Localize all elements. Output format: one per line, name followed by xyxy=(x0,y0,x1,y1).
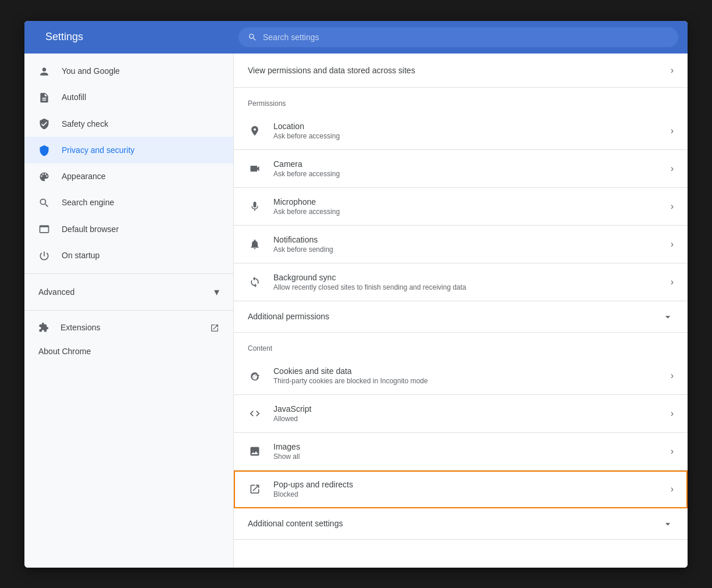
search-engine-icon xyxy=(38,197,50,209)
camera-title: Camera xyxy=(273,159,659,169)
sidebar-label-search-engine: Search engine xyxy=(62,198,114,207)
sidebar-label-safety-check: Safety check xyxy=(62,119,108,129)
sidebar-item-on-startup[interactable]: On startup xyxy=(24,242,233,268)
extensions-label: Extensions xyxy=(60,323,100,332)
privacy-icon xyxy=(38,144,50,156)
images-arrow-icon: › xyxy=(671,446,674,457)
header: Settings xyxy=(24,21,688,54)
additional-permissions-label: Additional permissions xyxy=(248,312,662,321)
cookies-subtitle: Third-party cookies are blocked in Incog… xyxy=(273,377,659,385)
images-info: Images Show all xyxy=(273,442,659,461)
additional-permissions-chevron-icon xyxy=(662,311,674,323)
sidebar-item-privacy-and-security[interactable]: Privacy and security xyxy=(24,137,233,163)
permission-row-notifications[interactable]: Notifications Ask before sending › xyxy=(234,226,688,263)
search-bar[interactable] xyxy=(238,27,678,47)
camera-icon xyxy=(248,162,262,174)
sidebar-item-autofill[interactable]: Autofill xyxy=(24,84,233,111)
location-title: Location xyxy=(273,122,659,131)
camera-arrow-icon: › xyxy=(671,163,674,174)
sidebar-item-extensions[interactable]: Extensions xyxy=(24,315,233,340)
background-sync-arrow-icon: › xyxy=(671,277,674,287)
permission-row-location[interactable]: Location Ask before accessing › xyxy=(234,112,688,150)
background-sync-title: Background sync xyxy=(273,273,659,282)
permission-row-camera[interactable]: Camera Ask before accessing › xyxy=(234,150,688,188)
javascript-info: JavaScript Allowed xyxy=(273,404,659,423)
permission-row-popups[interactable]: Pop-ups and redirects Blocked › xyxy=(234,471,688,508)
sync-icon xyxy=(248,276,262,288)
cookies-title: Cookies and site data xyxy=(273,366,659,376)
background-sync-subtitle: Allow recently closed sites to finish se… xyxy=(273,283,659,291)
content-section-title: Content xyxy=(234,333,688,357)
about-chrome-label: About Chrome xyxy=(38,347,91,356)
permission-row-microphone[interactable]: Microphone Ask before accessing › xyxy=(234,188,688,226)
sidebar: You and Google Autofill Safety check xyxy=(24,54,234,568)
images-icon xyxy=(248,445,262,457)
sidebar-label-on-startup: On startup xyxy=(62,251,99,260)
camera-info: Camera Ask before accessing xyxy=(273,159,659,178)
sidebar-divider xyxy=(24,273,233,274)
extensions-icon xyxy=(38,322,49,333)
popups-arrow-icon: › xyxy=(671,484,674,494)
sidebar-item-appearance[interactable]: Appearance xyxy=(24,163,233,190)
permission-row-background-sync[interactable]: Background sync Allow recently closed si… xyxy=(234,263,688,301)
additional-content-settings-label: Additional content settings xyxy=(248,519,662,528)
microphone-subtitle: Ask before accessing xyxy=(273,208,659,216)
sidebar-item-default-browser[interactable]: Default browser xyxy=(24,216,233,242)
additional-permissions-row[interactable]: Additional permissions xyxy=(234,301,688,333)
cookies-icon xyxy=(248,369,262,382)
view-permissions-label: View permissions and data stored across … xyxy=(248,66,671,75)
additional-content-settings-chevron-icon xyxy=(662,518,674,530)
bottom-spacer xyxy=(234,540,688,549)
sidebar-item-about-chrome[interactable]: About Chrome xyxy=(24,340,233,363)
location-info: Location Ask before accessing xyxy=(273,122,659,140)
microphone-arrow-icon: › xyxy=(671,201,674,212)
javascript-arrow-icon: › xyxy=(671,408,674,419)
microphone-title: Microphone xyxy=(273,197,659,206)
svg-point-1 xyxy=(255,376,257,377)
permission-row-cookies[interactable]: Cookies and site data Third-party cookie… xyxy=(234,357,688,395)
location-subtitle: Ask before accessing xyxy=(273,132,659,140)
search-icon xyxy=(248,32,257,42)
right-panel: View permissions and data stored across … xyxy=(234,54,688,568)
person-icon xyxy=(38,65,50,77)
javascript-subtitle: Allowed xyxy=(273,415,659,423)
notifications-title: Notifications xyxy=(273,235,659,244)
sidebar-item-advanced[interactable]: Advanced ▾ xyxy=(24,279,233,305)
bell-icon xyxy=(248,238,262,250)
sidebar-item-you-and-google[interactable]: You and Google xyxy=(24,58,233,84)
popups-info: Pop-ups and redirects Blocked xyxy=(273,480,659,498)
notifications-subtitle: Ask before sending xyxy=(273,245,659,254)
safety-check-icon xyxy=(38,117,50,130)
popups-title: Pop-ups and redirects xyxy=(273,480,659,489)
additional-content-settings-row[interactable]: Additional content settings xyxy=(234,508,688,540)
main-content: You and Google Autofill Safety check xyxy=(24,54,688,568)
sidebar-divider-2 xyxy=(24,310,233,311)
sidebar-label-default-browser: Default browser xyxy=(62,224,119,234)
location-arrow-icon: › xyxy=(671,126,674,136)
background-sync-info: Background sync Allow recently closed si… xyxy=(273,273,659,291)
sidebar-label-privacy: Privacy and security xyxy=(62,145,134,155)
cookies-arrow-icon: › xyxy=(671,370,674,381)
javascript-title: JavaScript xyxy=(273,404,659,414)
permission-row-javascript[interactable]: JavaScript Allowed › xyxy=(234,395,688,433)
notifications-arrow-icon: › xyxy=(671,239,674,250)
svg-point-2 xyxy=(254,377,255,378)
advanced-label: Advanced xyxy=(38,287,202,297)
appearance-icon xyxy=(38,170,50,183)
sidebar-label-autofill: Autofill xyxy=(62,92,86,102)
external-link-icon xyxy=(210,322,219,333)
popup-icon xyxy=(248,483,262,495)
sidebar-item-search-engine[interactable]: Search engine xyxy=(24,190,233,216)
view-permissions-row[interactable]: View permissions and data stored across … xyxy=(234,54,688,88)
sidebar-item-safety-check[interactable]: Safety check xyxy=(24,111,233,137)
sidebar-label-appearance: Appearance xyxy=(62,172,106,181)
javascript-icon xyxy=(248,407,262,419)
sidebar-label-you-and-google: You and Google xyxy=(62,66,120,76)
microphone-icon xyxy=(248,200,262,212)
cookies-info: Cookies and site data Third-party cookie… xyxy=(273,366,659,385)
advanced-chevron-icon: ▾ xyxy=(214,286,219,298)
autofill-icon xyxy=(38,91,50,104)
search-input[interactable] xyxy=(263,33,669,42)
permission-row-images[interactable]: Images Show all › xyxy=(234,433,688,471)
view-permissions-arrow-icon: › xyxy=(671,65,674,76)
